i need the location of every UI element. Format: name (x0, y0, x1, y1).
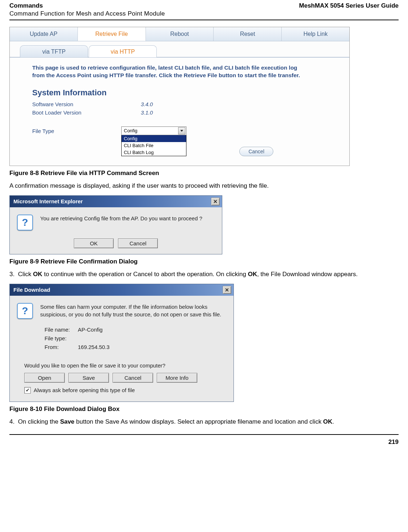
header-subtitle: Command Function for Mesh and Access Poi… (9, 10, 399, 17)
tab-reset[interactable]: Reset (214, 27, 282, 41)
file-type-label: File type: (45, 334, 78, 343)
open-save-question: Would you like to open the file or save … (24, 362, 226, 369)
dialog-message: You are retrieving Config file from the … (40, 215, 202, 222)
always-ask-checkbox[interactable]: ✔ (24, 387, 31, 394)
ap-retrieve-file-screenshot: Update AP Retrieve File Reboot Reset Hel… (9, 27, 350, 166)
footer-rule (9, 434, 399, 435)
software-version-label: Software Version (32, 101, 141, 107)
tab-reboot[interactable]: Reboot (146, 27, 214, 41)
tab-help-link[interactable]: Help Link (282, 27, 349, 41)
ap-sub-tabs: via TFTP via HTTP (10, 41, 349, 58)
file-type-combobox[interactable]: Config Config CLI Batch File CLI Batch L… (121, 126, 186, 156)
figure-8-9-caption: Figure 8-9 Retrieve File Confirmation Di… (9, 258, 399, 265)
tab-retrieve-file[interactable]: Retrieve File (78, 27, 146, 41)
file-type-options: Config CLI Batch File CLI Batch Log (121, 135, 186, 156)
from-value: 169.254.50.3 (78, 344, 110, 350)
question-icon: ? (17, 303, 33, 319)
chevron-down-icon[interactable] (178, 127, 185, 134)
header-guide: MeshMAX 5054 Series User Guide (299, 2, 399, 9)
ap-section-title: System Information (32, 88, 338, 97)
always-ask-label: Always ask before opening this type of f… (34, 387, 135, 393)
file-type-option-cli-batch-log[interactable]: CLI Batch Log (122, 149, 186, 156)
dialog-title: Microsoft Internet Explorer (13, 198, 83, 204)
step-3-text: 3. Click OK to continue with the operati… (9, 270, 399, 279)
subtab-via-tftp[interactable]: via TFTP (20, 45, 88, 57)
file-type-selected: Config (124, 128, 138, 133)
save-button[interactable]: Save (68, 373, 109, 383)
open-button[interactable]: Open (24, 373, 65, 383)
file-type-label: File Type (32, 126, 101, 134)
file-info: File name:AP-Config File type: From:169.… (45, 325, 226, 352)
cancel-button[interactable]: Cancel (239, 147, 273, 156)
ie-confirmation-dialog: Microsoft Internet Explorer ✕ ? You are … (9, 195, 222, 254)
cancel-button[interactable]: Cancel (113, 373, 153, 383)
from-label: From: (45, 343, 78, 352)
boot-loader-value: 3.1.0 (141, 109, 153, 116)
close-icon[interactable]: ✕ (211, 198, 220, 205)
boot-loader-label: Boot Loader Version (32, 109, 141, 116)
confirmation-intro-text: A confirmation message is displayed, ask… (9, 182, 399, 190)
ap-top-tabs: Update AP Retrieve File Reboot Reset Hel… (10, 27, 349, 41)
subtab-via-http[interactable]: via HTTP (89, 45, 157, 57)
dialog-warning: Some files can harm your computer. If th… (40, 303, 226, 318)
more-info-button[interactable]: More Info (157, 373, 197, 383)
cancel-button[interactable]: Cancel (118, 238, 158, 248)
figure-8-10-caption: Figure 8-10 File Download Dialog Box (9, 406, 399, 413)
dialog-title: File Download (13, 287, 50, 293)
ap-description: This page is used to retrieve configurat… (32, 64, 307, 79)
tab-update-ap[interactable]: Update AP (10, 27, 78, 41)
header-rule (9, 20, 399, 20)
file-download-dialog: File Download ✕ ? Some files can harm yo… (9, 284, 234, 402)
file-name-value: AP-Config (78, 327, 102, 333)
header-title: Commands (9, 2, 43, 9)
file-type-option-cli-batch-file[interactable]: CLI Batch File (122, 142, 186, 149)
software-version-value: 3.4.0 (141, 101, 153, 107)
figure-8-8-caption: Figure 8-8 Retrieve File via HTTP Comman… (9, 170, 399, 177)
question-icon: ? (17, 215, 33, 230)
step-4-text: 4. On clicking the Save button the Save … (9, 418, 399, 426)
ok-button[interactable]: OK (74, 238, 114, 248)
close-icon[interactable]: ✕ (223, 286, 231, 294)
file-name-label: File name: (45, 325, 78, 334)
file-type-option-config[interactable]: Config (122, 135, 186, 142)
page-number: 219 (9, 439, 399, 446)
